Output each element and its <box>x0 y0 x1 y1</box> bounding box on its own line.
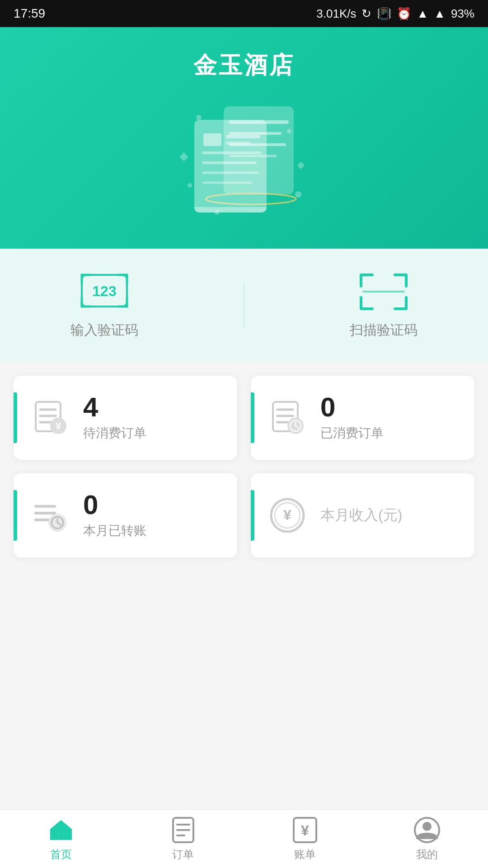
svg-point-0 <box>196 115 202 120</box>
svg-point-3 <box>295 191 301 198</box>
hero-illustration <box>172 95 316 231</box>
nav-profile-label: 我的 <box>416 847 438 862</box>
monthly-transfer-label: 本月已转账 <box>83 522 146 539</box>
sync-icon: ↻ <box>361 7 371 21</box>
input-code-action[interactable]: 123 输入验证码 <box>70 271 138 340</box>
status-time: 17:59 <box>14 6 45 21</box>
alarm-icon: ⏰ <box>397 7 411 21</box>
hero-section: 金玉酒店 <box>0 27 488 249</box>
bottom-navigation: 首页 订单 ¥ 账单 <box>0 809 488 868</box>
svg-text:¥: ¥ <box>301 822 309 839</box>
profile-icon <box>413 816 441 844</box>
svg-rect-48 <box>58 834 64 840</box>
consumed-orders-icon <box>267 397 308 438</box>
svg-rect-20 <box>297 162 305 170</box>
network-speed: 3.01K/s <box>316 7 356 21</box>
monthly-transfer-count: 0 <box>83 491 146 519</box>
consumed-orders-info: 0 已消费订单 <box>320 394 384 442</box>
svg-point-56 <box>422 822 432 831</box>
nav-home[interactable]: 首页 <box>0 816 122 862</box>
pending-orders-card[interactable]: ¥ 4 待消费订单 <box>14 376 237 460</box>
monthly-income-info: 本月收入(元) <box>320 505 402 525</box>
pending-orders-icon: ¥ <box>30 397 70 438</box>
quick-actions-section: 123 输入验证码 扫描验证码 <box>0 249 488 362</box>
orders-icon <box>169 816 197 844</box>
action-divider <box>244 283 244 328</box>
svg-rect-13 <box>226 135 260 138</box>
scan-code-icon <box>359 271 408 312</box>
svg-text:123: 123 <box>93 283 117 299</box>
nav-bills-label: 账单 <box>294 847 316 862</box>
svg-point-2 <box>188 183 192 188</box>
consumed-orders-label: 已消费订单 <box>320 425 384 442</box>
home-icon <box>47 816 75 844</box>
input-code-icon: 123 <box>80 271 129 312</box>
nav-orders-label: 订单 <box>172 847 194 862</box>
input-code-label: 输入验证码 <box>70 321 138 340</box>
status-bar: 17:59 3.01K/s ↻ 📳 ⏰ ▲ ▲ 93% <box>0 0 488 27</box>
cards-grid: ¥ 4 待消费订单 0 已消费订单 <box>0 362 488 557</box>
bills-icon: ¥ <box>291 816 319 844</box>
pending-orders-label: 待消费订单 <box>83 425 146 442</box>
monthly-transfer-card[interactable]: 0 本月已转账 <box>14 473 237 557</box>
nav-bills[interactable]: ¥ 账单 <box>244 816 366 862</box>
scan-code-action[interactable]: 扫描验证码 <box>350 271 418 340</box>
monthly-transfer-icon <box>30 495 70 536</box>
wifi-icon: ▲ <box>417 7 428 21</box>
pending-orders-info: 4 待消费订单 <box>83 394 146 442</box>
monthly-income-card[interactable]: ¥ 本月收入(元) <box>251 473 474 557</box>
receipt-svg <box>172 95 316 231</box>
svg-text:¥: ¥ <box>56 420 61 432</box>
signal-icon: ▲ <box>434 7 446 21</box>
monthly-transfer-info: 0 本月已转账 <box>83 491 146 539</box>
nav-orders[interactable]: 订单 <box>122 816 244 862</box>
monthly-income-label: 本月收入(元) <box>320 505 402 525</box>
svg-rect-19 <box>179 152 188 161</box>
svg-rect-14 <box>226 142 251 145</box>
battery: 93% <box>451 7 474 21</box>
nav-home-label: 首页 <box>50 847 72 862</box>
status-icons: 3.01K/s ↻ 📳 ⏰ ▲ ▲ 93% <box>316 7 474 21</box>
monthly-income-icon: ¥ <box>267 495 308 536</box>
pending-orders-count: 4 <box>83 394 146 421</box>
consumed-orders-card[interactable]: 0 已消费订单 <box>251 376 474 460</box>
vibrate-icon: 📳 <box>377 7 391 21</box>
hotel-name: 金玉酒店 <box>193 50 295 81</box>
scan-code-label: 扫描验证码 <box>350 321 418 340</box>
nav-profile[interactable]: 我的 <box>366 816 488 862</box>
svg-rect-12 <box>203 133 221 146</box>
consumed-orders-count: 0 <box>320 394 384 421</box>
svg-text:¥: ¥ <box>283 507 291 523</box>
